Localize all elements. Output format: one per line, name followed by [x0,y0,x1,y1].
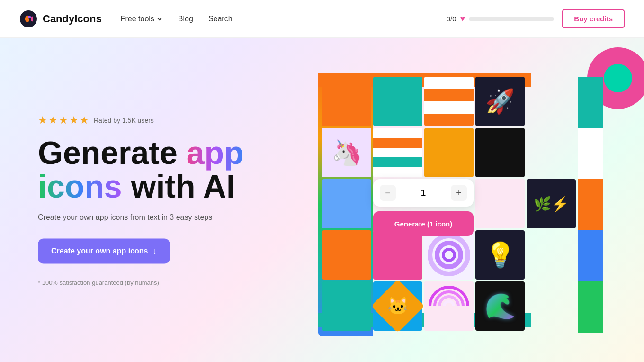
tile-r4c3-circles [424,230,474,280]
logo-text: CandyIcons [43,13,102,25]
counter-increase-button[interactable]: + [451,185,467,201]
svg-point-1 [28,16,31,18]
cta-button[interactable]: Create your own app icons ↓ [38,238,170,263]
tile-r5c4-cloud: 🌊 [475,281,525,331]
tile-r5c2-cat: 🐱 [373,281,422,331]
hero-section: ★★★★★ Rated by 1.5K users Generate app i… [0,38,644,362]
satisfaction-text: * 100% satisfaction guaranteed (by human… [38,279,244,286]
generate-button[interactable]: Generate (1 icon) [373,211,474,236]
counter-widget: − 1 + [373,179,474,207]
tile-r1c2 [373,77,422,126]
pink-circle-inner [604,64,632,92]
chevron-down-icon [156,16,163,22]
hero-content: ★★★★★ Rated by 1.5K users Generate app i… [38,114,244,286]
tile-r1c4-rocket: 🚀 [475,77,525,126]
logo-icon [19,9,38,28]
star-icons: ★★★★★ [38,114,90,127]
arrow-down-icon: ↓ [152,246,157,256]
nav-right: 0/0 ♥ Buy credits [447,9,625,28]
hero-illustration: 🚀 🦄 [313,38,644,362]
tile-r3c5-leafbolt: 🌿⚡ [527,179,576,228]
tile-r1c1 [322,77,371,126]
counter-display: 1 [402,188,445,198]
buy-credits-button[interactable]: Buy credits [562,9,625,28]
navbar: CandyIcons Free tools Blog Search 0/0 ♥ … [0,0,644,38]
tile-r3c1 [322,179,371,228]
credits-progress-bg [469,17,554,21]
tile-r2c3 [424,128,474,177]
heart-icon: ♥ [460,14,465,24]
counter-decrease-button[interactable]: − [380,185,396,201]
tile-r5c1 [322,281,371,331]
credits-display: 0/0 ♥ [447,14,555,24]
tile-r2c4 [475,128,525,177]
tile-r4c2 [373,230,422,280]
credits-value: 0/0 [447,15,456,23]
title-app: app [187,135,244,171]
tiles-area: 🚀 🦄 [322,77,606,323]
stars-row: ★★★★★ Rated by 1.5K users [38,114,244,127]
tile-r5c3-arcs [424,281,474,331]
rated-text: Rated by 1.5K users [94,117,154,124]
tile-r3c4 [475,179,525,228]
tile-col6-stripe [578,77,603,333]
hero-subtitle: Create your own app icons from text in 3… [38,213,244,221]
tile-r1c3 [424,77,474,126]
title-icons: icons [38,168,122,204]
tile-r4c1 [322,230,371,280]
nav-search[interactable]: Search [208,15,233,23]
tile-r2c2 [373,128,422,177]
logo-link[interactable]: CandyIcons [19,9,102,28]
hero-title: Generate app icons with AI [38,136,244,204]
nav-links: Free tools Blog Search [121,15,233,23]
title-generate: Generate [38,135,187,171]
generate-button-wrapper: Generate (1 icon) [373,211,474,236]
tile-r4c4-bulb: 💡 [475,230,525,280]
nav-free-tools[interactable]: Free tools [121,15,163,23]
nav-blog[interactable]: Blog [178,15,193,23]
tile-r2c1-unicorn: 🦄 [322,128,371,177]
title-with-ai: with AI [122,168,235,204]
